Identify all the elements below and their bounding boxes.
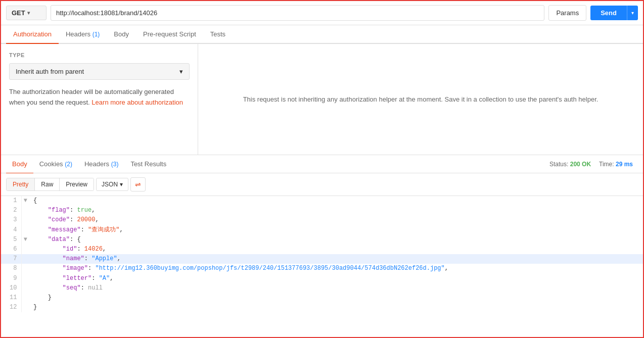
line-number-6: 6 <box>1 245 21 254</box>
status-value: 200 OK <box>570 161 591 168</box>
line-expand-12[interactable] <box>21 303 29 312</box>
line-content-2: "flag": true, <box>29 206 643 215</box>
line-expand-5[interactable]: ▼ <box>21 235 29 245</box>
auth-learn-link[interactable]: Learn more about authorization <box>91 99 183 106</box>
json-type-label: JSON <box>102 181 118 188</box>
headers-badge: (1) <box>93 31 100 38</box>
time-label: Time: 29 ms <box>599 161 633 168</box>
line-content-1: { <box>29 196 643 206</box>
tab-headers[interactable]: Headers (1) <box>59 25 107 44</box>
method-label: GET <box>12 9 25 17</box>
line-expand-11[interactable] <box>21 293 29 303</box>
line-expand-8[interactable] <box>21 264 29 273</box>
line-number-2: 2 <box>1 206 21 215</box>
line-expand-9[interactable] <box>21 274 29 283</box>
line-number-9: 9 <box>1 274 21 283</box>
format-tab-pretty[interactable]: Pretty <box>7 178 35 190</box>
line-content-11: } <box>29 293 643 303</box>
send-dropdown-button[interactable]: ▾ <box>627 6 638 20</box>
code-row-8: 8 "image": "http://img12.360buyimg.com/p… <box>1 264 643 273</box>
line-content-5: "data": { <box>29 235 643 245</box>
tab-tests[interactable]: Tests <box>203 25 233 44</box>
code-row-7: 7 "name": "Apple", <box>1 254 643 264</box>
code-row-11: 11 } <box>1 293 643 303</box>
tab-response-body[interactable]: Body <box>6 155 33 174</box>
line-number-10: 10 <box>1 283 21 293</box>
code-viewer[interactable]: 1 ▼ { 2 "flag": true, 3 "code": 20000, 4… <box>1 196 643 337</box>
auth-panel: TYPE Inherit auth from parent ▾ The auth… <box>1 44 643 155</box>
line-content-3: "code": 20000, <box>29 215 643 225</box>
line-content-12: } <box>29 303 643 312</box>
type-label: TYPE <box>9 52 190 58</box>
line-expand-2[interactable] <box>21 206 29 215</box>
line-content-6: "id": 14026, <box>29 245 643 254</box>
line-content-9: "letter": "A", <box>29 274 643 283</box>
code-row-2: 2 "flag": true, <box>1 206 643 215</box>
code-row-10: 10 "seq": null <box>1 283 643 293</box>
send-button[interactable]: Send <box>590 6 627 20</box>
time-value: 29 ms <box>616 161 633 168</box>
line-expand-3[interactable] <box>21 215 29 225</box>
tab-prerequest[interactable]: Pre-request Script <box>136 25 203 44</box>
line-content-8: "image": "http://img12.360buyimg.com/pop… <box>29 264 643 273</box>
json-type-select[interactable]: JSON ▾ <box>96 178 128 191</box>
line-expand-7[interactable] <box>21 254 29 264</box>
cookies-badge: (2) <box>65 161 72 168</box>
line-number-1: 1 <box>1 196 21 206</box>
json-chevron-icon: ▾ <box>120 181 123 188</box>
line-expand-6[interactable] <box>21 245 29 254</box>
tab-authorization[interactable]: Authorization <box>6 25 59 44</box>
code-row-9: 9 "letter": "A", <box>1 274 643 283</box>
send-btn-group: Send ▾ <box>590 6 638 20</box>
auth-type-chevron-icon: ▾ <box>179 68 183 75</box>
auth-description: The authorization header will be automat… <box>9 87 190 108</box>
wrap-button[interactable]: ⇌ <box>130 177 146 191</box>
auth-right: This request is not inheriting any autho… <box>198 44 643 155</box>
method-select[interactable]: GET ▾ <box>6 6 47 20</box>
format-tab-preview[interactable]: Preview <box>60 178 94 190</box>
tab-test-results[interactable]: Test Results <box>124 155 172 174</box>
format-bar: Pretty Raw Preview JSON ▾ ⇌ <box>1 173 643 196</box>
request-tab-bar: Authorization Headers (1) Body Pre-reque… <box>1 25 643 44</box>
line-expand-10[interactable] <box>21 283 29 293</box>
line-content-10: "seq": null <box>29 283 643 293</box>
code-row-12: 12 } <box>1 303 643 312</box>
line-content-4: "message": "查询成功", <box>29 225 643 235</box>
line-expand-4[interactable] <box>21 225 29 235</box>
code-row-6: 6 "id": 14026, <box>1 245 643 254</box>
auth-type-value: Inherit auth from parent <box>16 68 84 75</box>
response-tab-bar: Body Cookies (2) Headers (3) Test Result… <box>1 155 643 173</box>
line-number-3: 3 <box>1 215 21 225</box>
top-bar: GET ▾ Params Send ▾ <box>1 1 643 25</box>
code-table: 1 ▼ { 2 "flag": true, 3 "code": 20000, 4… <box>1 196 643 312</box>
auth-left: TYPE Inherit auth from parent ▾ The auth… <box>1 44 198 155</box>
response-status: Status: 200 OK Time: 29 ms <box>549 161 638 168</box>
params-button[interactable]: Params <box>548 5 586 21</box>
line-number-4: 4 <box>1 225 21 235</box>
method-chevron-icon: ▾ <box>27 10 30 16</box>
line-number-5: 5 <box>1 235 21 245</box>
response-headers-badge: (3) <box>111 161 119 168</box>
line-number-8: 8 <box>1 264 21 273</box>
line-expand-1[interactable]: ▼ <box>21 196 29 206</box>
tab-response-headers[interactable]: Headers (3) <box>78 155 124 174</box>
status-label: Status: 200 OK <box>549 161 591 168</box>
code-row-1: 1 ▼ { <box>1 196 643 206</box>
format-tab-raw[interactable]: Raw <box>35 178 60 190</box>
line-number-7: 7 <box>1 254 21 264</box>
line-number-12: 12 <box>1 303 21 312</box>
line-number-11: 11 <box>1 293 21 303</box>
format-tab-group: Pretty Raw Preview <box>6 178 94 191</box>
tab-body[interactable]: Body <box>107 25 136 44</box>
code-row-5: 5 ▼ "data": { <box>1 235 643 245</box>
auth-type-select[interactable]: Inherit auth from parent ▾ <box>9 63 190 80</box>
url-input[interactable] <box>51 5 544 21</box>
line-content-7: "name": "Apple", <box>29 254 643 264</box>
code-row-4: 4 "message": "查询成功", <box>1 225 643 235</box>
tab-response-cookies[interactable]: Cookies (2) <box>33 155 78 174</box>
code-row-3: 3 "code": 20000, <box>1 215 643 225</box>
